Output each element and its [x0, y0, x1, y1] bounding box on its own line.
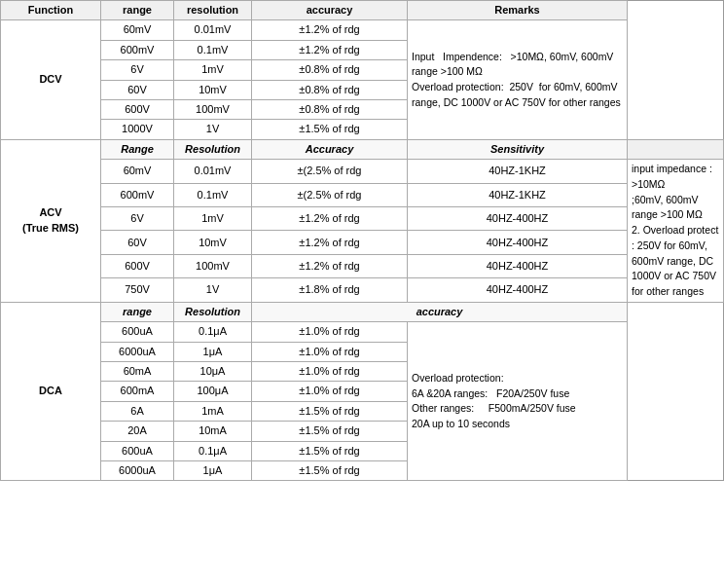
acv-sensitivity: 40HZ-1KHZ [408, 183, 628, 206]
dcv-resolution: 0.01mV [174, 20, 252, 40]
acv-remarks-header [628, 139, 724, 159]
dcv-resolution: 100mV [174, 99, 252, 119]
dca-subheader-0: range [101, 302, 174, 321]
dcv-range: 60mV [101, 20, 174, 40]
dca-range: 6A [101, 401, 174, 421]
dcv-remarks: Input Impendence: >10MΩ, 60mV, 600mV ran… [408, 20, 628, 139]
dcv-resolution: 0.1mV [174, 40, 252, 59]
header-range: range [101, 1, 174, 20]
dca-range: 600uA [101, 322, 174, 342]
dcv-function: DCV [1, 20, 101, 139]
dcv-accuracy: ±0.8% of rdg [252, 80, 408, 99]
dca-remarks: Overload protection: 6A &20A ranges: F20… [408, 322, 628, 481]
dca-resolution: 0.1μA [174, 322, 252, 342]
dcv-accuracy: ±0.8% of rdg [252, 60, 408, 80]
dca-resolution: 10μA [174, 362, 252, 382]
acv-remarks: input impedance : >10MΩ ;60mV, 600mV ran… [628, 160, 724, 303]
acv-sensitivity: 40HZ-400HZ [408, 278, 628, 302]
acv-subheader-2: Accuracy [252, 139, 408, 159]
dca-accuracy: ±1.0% of rdg [252, 362, 408, 382]
acv-resolution: 10mV [174, 231, 252, 254]
dcv-range: 600mV [101, 40, 174, 59]
dcv-accuracy: ±1.2% of rdg [252, 40, 408, 59]
dca-resolution: 100μA [174, 382, 252, 401]
dca-accuracy: ±1.5% of rdg [252, 422, 408, 441]
acv-range: 6V [101, 207, 174, 231]
header-resolution: resolution [174, 1, 252, 20]
dca-resolution: 1μA [174, 342, 252, 361]
dca-range: 60mA [101, 362, 174, 382]
acv-resolution: 100mV [174, 254, 252, 277]
dca-subheader-2: accuracy [252, 302, 628, 321]
dca-subheader-1: Resolution [174, 302, 252, 321]
acv-resolution: 0.01mV [174, 160, 252, 183]
acv-accuracy: ±1.2% of rdg [252, 207, 408, 231]
acv-range: 750V [101, 278, 174, 302]
acv-subheader-1: Resolution [174, 139, 252, 159]
acv-sensitivity: 40HZ-400HZ [408, 207, 628, 231]
acv-sensitivity: 40HZ-400HZ [408, 254, 628, 277]
acv-range: 600mV [101, 183, 174, 206]
acv-accuracy: ±(2.5% of rdg [252, 183, 408, 206]
dcv-range: 1000V [101, 120, 174, 139]
dca-range: 6000uA [101, 461, 174, 481]
acv-resolution: 1V [174, 278, 252, 302]
acv-accuracy: ±(2.5% of rdg [252, 160, 408, 183]
dca-resolution: 1μA [174, 461, 252, 481]
dca-resolution: 1mA [174, 401, 252, 421]
dca-accuracy: ±1.5% of rdg [252, 401, 408, 421]
header-function: Function [1, 1, 101, 20]
dcv-resolution: 10mV [174, 80, 252, 99]
dcv-resolution: 1mV [174, 60, 252, 80]
dca-accuracy: ±1.5% of rdg [252, 461, 408, 481]
acv-subheader-0: Range [101, 139, 174, 159]
dca-range: 20A [101, 422, 174, 441]
dca-resolution: 0.1μA [174, 441, 252, 460]
dcv-accuracy: ±1.2% of rdg [252, 20, 408, 40]
dcv-resolution: 1V [174, 120, 252, 139]
acv-function: ACV (True RMS) [1, 139, 101, 302]
acv-accuracy: ±1.8% of rdg [252, 278, 408, 302]
dca-range: 600mA [101, 382, 174, 401]
dcv-accuracy: ±1.5% of rdg [252, 120, 408, 139]
dcv-accuracy: ±0.8% of rdg [252, 99, 408, 119]
dca-function: DCA [1, 302, 101, 481]
acv-sensitivity: 40HZ-1KHZ [408, 160, 628, 183]
dcv-range: 6V [101, 60, 174, 80]
dca-accuracy: ±1.0% of rdg [252, 382, 408, 401]
acv-subheader-3: Sensitivity [408, 139, 628, 159]
acv-sensitivity: 40HZ-400HZ [408, 231, 628, 254]
dca-accuracy: ±1.5% of rdg [252, 441, 408, 460]
dcv-range: 60V [101, 80, 174, 99]
header-remarks: Remarks [408, 1, 628, 20]
acv-range: 60V [101, 231, 174, 254]
header-accuracy: accuracy [252, 1, 408, 20]
dca-accuracy: ±1.0% of rdg [252, 342, 408, 361]
acv-resolution: 0.1mV [174, 183, 252, 206]
dcv-range: 600V [101, 99, 174, 119]
acv-range: 60mV [101, 160, 174, 183]
acv-range: 600V [101, 254, 174, 277]
dca-accuracy: ±1.0% of rdg [252, 322, 408, 342]
dca-resolution: 10mA [174, 422, 252, 441]
dca-range: 6000uA [101, 342, 174, 361]
dca-range: 600uA [101, 441, 174, 460]
acv-resolution: 1mV [174, 207, 252, 231]
acv-accuracy: ±1.2% of rdg [252, 254, 408, 277]
acv-accuracy: ±1.2% of rdg [252, 231, 408, 254]
